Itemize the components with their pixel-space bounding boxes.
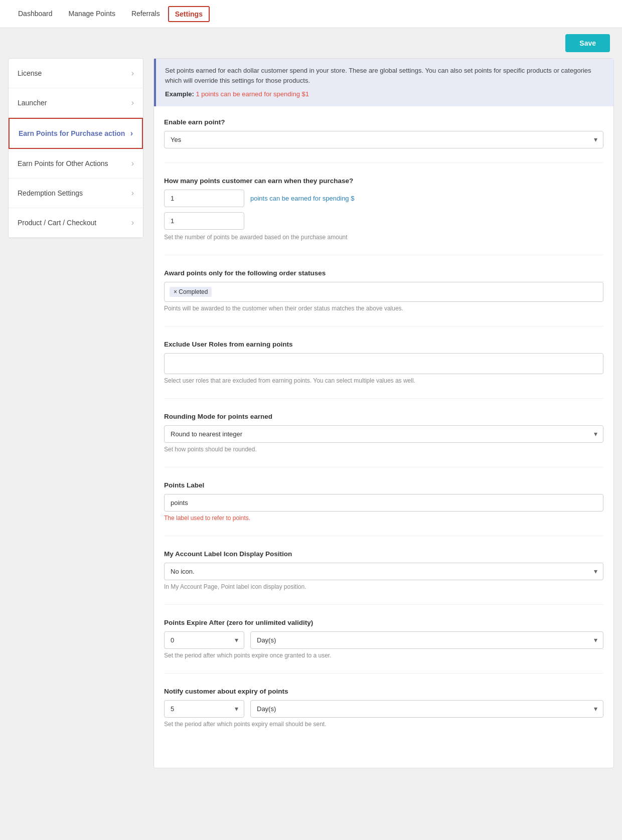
- points-label-section: Points Label The label used to refer to …: [164, 481, 603, 536]
- sidebar-label-license: License: [18, 69, 42, 77]
- exclude-roles-section: Exclude User Roles from earning points S…: [164, 341, 603, 399]
- rounding-mode-section: Rounding Mode for points earned Round to…: [164, 413, 603, 467]
- sidebar-label-launcher: Launcher: [18, 99, 47, 107]
- rounding-mode-hint: Set how points should be rounded.: [164, 446, 603, 453]
- enable-earn-point-section: Enable earn point? Yes No ▾: [164, 118, 603, 163]
- points-earned-label: points can be earned for spending $: [250, 195, 354, 202]
- account-label-icon-wrap: No icon. Before label After label ▾: [164, 563, 603, 580]
- nav-dashboard[interactable]: Dashboard: [10, 1, 61, 28]
- notify-expiry-row: 5 1 7 ▾ Day(s) Month(s) Year(s) ▾: [164, 700, 603, 718]
- order-status-section: Award points only for the following orde…: [164, 269, 603, 326]
- top-nav: Dashboard Manage Points Referrals Settin…: [0, 0, 622, 28]
- order-status-label: Award points only for the following orde…: [164, 269, 603, 277]
- points-expire-section: Points Expire After (zero for unlimited …: [164, 619, 603, 674]
- exclude-roles-label: Exclude User Roles from earning points: [164, 341, 603, 348]
- chevron-right-icon: ›: [131, 189, 134, 198]
- how-many-points-section: How many points customer can earn when t…: [164, 177, 603, 255]
- notify-expiry-number-select[interactable]: 5 1 7: [164, 700, 244, 718]
- points-value-input[interactable]: [164, 190, 244, 207]
- sidebar-label-redemption: Redemption Settings: [18, 189, 83, 197]
- main-content: Set points earned for each dollar custom…: [153, 58, 614, 768]
- chevron-right-icon: ›: [131, 159, 134, 168]
- nav-manage-points[interactable]: Manage Points: [61, 1, 123, 28]
- points-label-label: Points Label: [164, 481, 603, 489]
- rounding-mode-select[interactable]: Round to nearest integer Round up Round …: [164, 425, 603, 443]
- notify-expiry-period-wrap: Day(s) Month(s) Year(s) ▾: [250, 700, 603, 718]
- points-expire-number-select[interactable]: 0 1 2: [164, 631, 244, 649]
- points-expire-number-wrap: 0 1 2 ▾: [164, 631, 244, 649]
- notify-expiry-hint: Set the period after which points expiry…: [164, 721, 603, 728]
- sidebar-label-earn-other: Earn Points for Other Actions: [18, 159, 108, 167]
- info-banner-text: Set points earned for each dollar custom…: [165, 67, 591, 84]
- exclude-roles-input[interactable]: [164, 353, 603, 374]
- order-status-tag-input[interactable]: × Completed: [164, 282, 603, 302]
- save-bar: Save: [0, 28, 622, 58]
- sidebar-label-product-cart: Product / Cart / Checkout: [18, 219, 96, 227]
- points-row-1: points can be earned for spending $: [164, 190, 603, 207]
- sidebar-item-earn-purchase[interactable]: Earn Points for Purchase action ›: [9, 118, 143, 149]
- notify-expiry-period-select[interactable]: Day(s) Month(s) Year(s): [250, 700, 603, 718]
- notify-expiry-label: Notify customer about expiry of points: [164, 688, 603, 695]
- how-many-points-label: How many points customer can earn when t…: [164, 177, 603, 185]
- enable-earn-point-label: Enable earn point?: [164, 118, 603, 126]
- notify-expiry-number-wrap: 5 1 7 ▾: [164, 700, 244, 718]
- points-expire-period-wrap: Day(s) Month(s) Year(s) ▾: [250, 631, 603, 649]
- chevron-right-icon: ›: [130, 129, 133, 138]
- main-layout: License › Launcher › Earn Points for Pur…: [0, 58, 622, 788]
- chevron-right-icon: ›: [131, 69, 134, 78]
- sidebar-item-product-cart[interactable]: Product / Cart / Checkout ›: [9, 208, 143, 238]
- account-label-icon-section: My Account Label Icon Display Position N…: [164, 550, 603, 605]
- sidebar-item-earn-other[interactable]: Earn Points for Other Actions ›: [9, 149, 143, 179]
- save-button[interactable]: Save: [565, 34, 610, 52]
- sidebar-item-launcher[interactable]: Launcher ›: [9, 88, 143, 118]
- form-body: Enable earn point? Yes No ▾ How many poi…: [154, 106, 613, 768]
- sidebar: License › Launcher › Earn Points for Pur…: [8, 58, 143, 238]
- sidebar-item-license[interactable]: License ›: [9, 59, 143, 88]
- points-spend-input[interactable]: [164, 212, 244, 230]
- chevron-right-icon: ›: [131, 218, 134, 227]
- sidebar-label-earn-purchase: Earn Points for Purchase action: [19, 129, 125, 137]
- points-expire-row: 0 1 2 ▾ Day(s) Month(s) Year(s) ▾: [164, 631, 603, 649]
- sidebar-item-redemption[interactable]: Redemption Settings ›: [9, 179, 143, 208]
- points-expire-label: Points Expire After (zero for unlimited …: [164, 619, 603, 626]
- info-banner-example: Example: 1 points can be earned for spen…: [165, 89, 604, 99]
- rounding-mode-wrap: Round to nearest integer Round up Round …: [164, 425, 603, 443]
- example-text: 1 points can be earned for spending $1: [196, 90, 309, 98]
- account-label-icon-select[interactable]: No icon. Before label After label: [164, 563, 603, 580]
- points-row-2: [164, 212, 603, 230]
- order-status-hint: Points will be awarded to the customer w…: [164, 305, 603, 312]
- how-many-points-hint: Set the number of points be awarded base…: [164, 234, 603, 241]
- enable-earn-point-wrap: Yes No ▾: [164, 131, 603, 148]
- status-tag-completed: × Completed: [170, 287, 212, 297]
- notify-expiry-section: Notify customer about expiry of points 5…: [164, 688, 603, 742]
- points-label-input[interactable]: [164, 494, 603, 512]
- account-label-icon-hint: In My Account Page, Point label icon dis…: [164, 583, 603, 590]
- example-label: Example:: [165, 90, 194, 98]
- points-expire-hint: Set the period after which points expire…: [164, 652, 603, 659]
- exclude-roles-hint: Select user roles that are excluded from…: [164, 377, 603, 384]
- enable-earn-point-select[interactable]: Yes No: [164, 131, 603, 148]
- info-banner: Set points earned for each dollar custom…: [154, 59, 613, 106]
- chevron-right-icon: ›: [131, 98, 134, 107]
- rounding-mode-label: Rounding Mode for points earned: [164, 413, 603, 420]
- points-expire-period-select[interactable]: Day(s) Month(s) Year(s): [250, 631, 603, 649]
- nav-referrals[interactable]: Referrals: [123, 1, 168, 28]
- nav-settings[interactable]: Settings: [168, 6, 210, 22]
- account-label-icon-label: My Account Label Icon Display Position: [164, 550, 603, 558]
- points-label-hint: The label used to refer to points.: [164, 515, 603, 522]
